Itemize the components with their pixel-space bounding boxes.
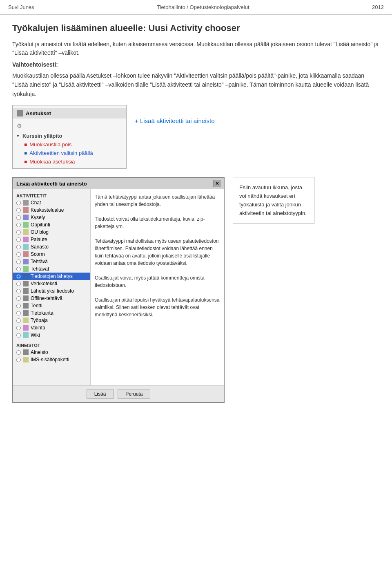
asetukset-item-2[interactable]: ■ Aktiviteettien valitsin päällä	[13, 149, 126, 157]
list-item-valinta[interactable]: Valinta	[13, 324, 90, 331]
radio-tiedostojen-lahetys[interactable]	[16, 274, 21, 279]
label-scorm: Scorm	[31, 251, 45, 257]
radio-sanasto[interactable]	[16, 245, 21, 249]
list-item-kysely[interactable]: Kysely	[13, 214, 90, 221]
muokkaustila-icon: ■	[24, 142, 27, 148]
radio-tietokanta[interactable]	[16, 311, 21, 315]
radio-oublog[interactable]	[16, 230, 21, 235]
radio-tentti[interactable]	[16, 304, 21, 308]
asetukset-item-3[interactable]: ■ Muokkaa asetuksia	[13, 157, 126, 166]
intro-text: Työkalut ja aineistot voi lisätä edellee…	[12, 40, 380, 57]
aktiviteettien-icon: ■	[24, 150, 27, 156]
list-item-sanasto[interactable]: Sanasto	[13, 243, 90, 251]
radio-palaute[interactable]	[16, 237, 21, 242]
aineistot-label: AINEISTOT	[13, 341, 90, 349]
list-item-chat[interactable]: Chat	[13, 199, 90, 206]
list-item-laheta-yksi[interactable]: Lähetä yksi tiedosto	[13, 287, 90, 295]
label-valinta: Valinta	[31, 325, 45, 331]
forum-icon	[23, 207, 29, 213]
lisaa-aktiviteetti-link[interactable]: + Lisää aktiviteetti tai aineisto	[135, 105, 215, 136]
list-item-oppitunti[interactable]: Oppitunti	[13, 221, 90, 228]
radio-chat[interactable]	[16, 201, 21, 205]
triangle-icon: ▼	[16, 134, 20, 138]
asetukset-box: Asetukset ⚙ ▼ Kurssin ylläpito ■ Muokkau…	[12, 105, 127, 169]
list-item-tentti[interactable]: Tentti	[13, 302, 90, 309]
label-tehtava: Tehtävä	[31, 259, 48, 264]
main-content: Työkalujen lisääminen alueelle: Uusi Act…	[0, 15, 392, 411]
screenshot-area: Asetukset ⚙ ▼ Kurssin ylläpito ■ Muokkau…	[12, 105, 380, 169]
list-item-scorm[interactable]: Scorm	[13, 251, 90, 258]
wiki-icon	[23, 332, 29, 338]
radio-aineisto[interactable]	[16, 350, 21, 355]
radio-tyopaja[interactable]	[16, 318, 21, 323]
section-heading: Vaihtoehtoisesti:	[12, 61, 380, 68]
label-ims: IMS-sisältöpaketti	[31, 357, 69, 362]
radio-offline[interactable]	[16, 296, 21, 301]
list-item-tyopaja[interactable]: Työpaja	[13, 317, 90, 324]
peruuta-button[interactable]: Peruuta	[118, 389, 150, 399]
modal-footer: Lisää Peruuta	[13, 385, 224, 402]
modal-close-button[interactable]: ✕	[213, 180, 220, 187]
list-item-tehtava[interactable]: Tehtävä	[13, 258, 90, 265]
radio-tehtavat[interactable]	[16, 267, 21, 271]
radio-verkkoteksti[interactable]	[16, 282, 21, 286]
radio-tehtava[interactable]	[16, 260, 21, 264]
header-right: 2012	[372, 4, 384, 10]
list-item-tehtavat[interactable]: Tehtävät	[13, 265, 90, 273]
label-tehtavat: Tehtävät	[31, 266, 49, 272]
label-tentti: Tentti	[31, 303, 42, 309]
offline-icon	[23, 295, 29, 301]
asetukset-icon	[17, 110, 23, 116]
asetukset-item-1[interactable]: ■ Muokkaustila pois	[13, 140, 126, 149]
label-verkkoteksti: Verkkoteksti	[31, 281, 57, 286]
radio-keskustelualue[interactable]	[16, 208, 21, 213]
list-item-tietokanta[interactable]: Tietokanta	[13, 309, 90, 317]
radio-ims[interactable]	[16, 358, 21, 362]
modal-titlebar: Lisää aktiviteetti tai aineisto ✕	[13, 178, 224, 189]
list-item-tiedostojen-lahetys[interactable]: Tiedostojen lähetys	[13, 273, 90, 280]
label-aineisto: Aineisto	[31, 349, 48, 355]
workshop-icon	[23, 318, 29, 323]
list-item-keskustelualue[interactable]: Keskustelualue	[13, 206, 90, 214]
scorm-icon	[23, 251, 29, 257]
list-item-offline[interactable]: Offline-tehtävä	[13, 295, 90, 302]
label-oublog: OU blog	[31, 229, 49, 235]
radio-oppitunti[interactable]	[16, 223, 21, 227]
radio-scorm[interactable]	[16, 252, 21, 257]
aktiviteetit-label: AKTIVITEETIT	[13, 192, 90, 199]
web-icon	[23, 281, 29, 286]
header-center: Tietohallinto / Opetusteknologiapalvelut	[157, 4, 249, 10]
label-tyopaja: Työpaja	[31, 318, 48, 323]
list-item-aineisto[interactable]: Aineisto	[13, 349, 90, 356]
radio-kysely[interactable]	[16, 215, 21, 220]
modal-body: AKTIVITEETIT Chat Keskustelualue	[13, 189, 224, 385]
blog-icon	[23, 229, 29, 235]
label-tietokanta: Tietokanta	[31, 310, 53, 316]
label-laheta-yksi: Lähetä yksi tiedosto	[31, 288, 74, 294]
modal-description: Tämä tehtävätyyppi antaa jokaisen osalli…	[95, 193, 220, 318]
lisaa-button[interactable]: Lisää	[87, 389, 114, 399]
list-item-oublog[interactable]: OU blog	[13, 228, 90, 236]
list-item-palaute[interactable]: Palaute	[13, 236, 90, 243]
label-wiki: Wiki	[31, 332, 40, 338]
modal-box: Lisää aktiviteetti tai aineisto ✕ AKTIVI…	[12, 177, 225, 403]
list-item-wiki[interactable]: Wiki	[13, 331, 90, 339]
modal-description-panel: Tämä tehtävätyyppi antaa jokaisen osalli…	[91, 189, 224, 385]
asetukset-titlebar: Asetukset	[13, 108, 126, 119]
tasks-icon	[23, 266, 29, 272]
radio-valinta[interactable]	[16, 326, 21, 330]
glossary-icon	[23, 244, 29, 250]
db-icon	[23, 310, 29, 316]
label-kysely: Kysely	[31, 215, 45, 220]
label-tiedostojen-lahetys: Tiedostojen lähetys	[31, 273, 73, 279]
modal-list-panel: AKTIVITEETIT Chat Keskustelualue	[13, 189, 91, 385]
ims-icon	[23, 357, 29, 362]
list-item-ims[interactable]: IMS-sisältöpaketti	[13, 356, 90, 363]
label-sanasto: Sanasto	[31, 244, 49, 250]
label-oppitunti: Oppitunti	[31, 222, 50, 228]
choice-icon	[23, 325, 29, 331]
radio-laheta-yksi[interactable]	[16, 289, 21, 293]
page-title: Työkalujen lisääminen alueelle: Uusi Act…	[12, 23, 380, 34]
radio-wiki[interactable]	[16, 333, 21, 338]
list-item-verkkoteksti[interactable]: Verkkoteksti	[13, 280, 90, 287]
